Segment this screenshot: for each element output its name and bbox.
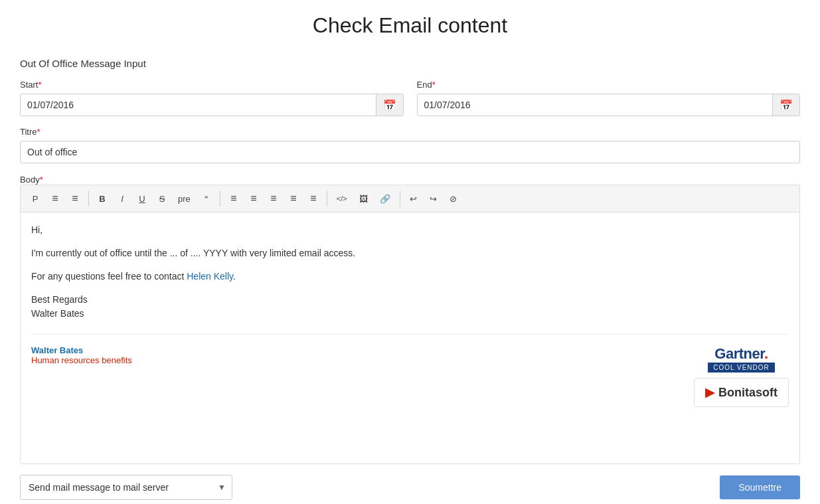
toolbar-code[interactable]: </>: [331, 189, 353, 208]
bonitasoft-logo: ▶ Bonitasoft: [694, 378, 789, 407]
toolbar-clear[interactable]: ⊘: [444, 189, 463, 208]
toolbar-strikethrough[interactable]: S: [153, 189, 171, 208]
page-title: Check Email content: [20, 13, 800, 38]
body-label: Body*: [20, 175, 43, 185]
editor-line-hi: Hi,: [31, 223, 789, 237]
toolbar-link[interactable]: 🔗: [374, 189, 396, 208]
start-input-wrapper: 📅: [20, 94, 404, 116]
toolbar-unordered-list[interactable]: ≡: [46, 189, 64, 208]
end-input[interactable]: [418, 94, 773, 116]
editor-contact-suffix: .: [233, 271, 236, 282]
start-input[interactable]: [21, 94, 376, 116]
titre-input[interactable]: [20, 141, 800, 163]
gartner-text: Gartner.: [714, 345, 768, 363]
toolbar-underline[interactable]: U: [133, 189, 151, 208]
bonitasoft-icon: ▶: [705, 385, 714, 400]
toolbar-blockquote[interactable]: “: [197, 189, 216, 208]
toolbar-align-center[interactable]: ≡: [244, 189, 263, 208]
toolbar-sep-1: [88, 191, 89, 207]
sig-title: Human resources benefits: [31, 355, 132, 365]
sig-name: Walter Bates: [31, 345, 132, 355]
editor-contact-prefix: For any questions feel free to contact: [31, 271, 187, 282]
toolbar-outdent[interactable]: ≡: [304, 189, 323, 208]
toolbar-sep-3: [327, 191, 327, 207]
titre-label: Titre*: [20, 127, 800, 137]
toolbar-ordered-list[interactable]: ≡: [66, 189, 84, 208]
end-input-wrapper: 📅: [417, 94, 801, 116]
titre-required: *: [37, 127, 41, 137]
start-field-group: Start* 📅: [20, 80, 404, 116]
editor-contact-link[interactable]: Helen Kelly: [187, 271, 233, 282]
section-title: Out Of Office Message Input: [20, 58, 800, 69]
toolbar-sep-2: [220, 191, 220, 207]
toolbar-bold[interactable]: B: [93, 189, 112, 208]
end-label: End*: [417, 80, 801, 90]
mail-select[interactable]: Send mail message to mail server: [20, 475, 232, 500]
body-section: Body* P ≡ ≡ B I U S pre “ ≡ ≡ ≡ ≡ ≡ </> …: [20, 174, 800, 464]
start-label: Start*: [20, 80, 404, 90]
start-calendar-button[interactable]: 📅: [376, 94, 403, 116]
end-required: *: [432, 80, 436, 90]
toolbar-undo[interactable]: ↩: [404, 189, 423, 208]
toolbar-italic[interactable]: I: [113, 189, 131, 208]
signature-right: Gartner. COOL VENDOR ▶ Bonitasoft: [694, 345, 789, 407]
start-required: *: [38, 80, 41, 90]
footer-bar: Send mail message to mail server ▼ Soume…: [20, 475, 800, 500]
titre-field-group: Titre*: [20, 127, 800, 163]
signature-left: Walter Bates Human resources benefits: [31, 345, 132, 365]
toolbar-sep-4: [400, 191, 400, 207]
bonitasoft-text: Bonitasoft: [718, 386, 778, 400]
mail-select-wrapper: Send mail message to mail server ▼: [20, 475, 232, 500]
body-required: *: [40, 175, 43, 185]
submit-button[interactable]: Soumettre: [720, 475, 800, 499]
toolbar-align-right[interactable]: ≡: [264, 189, 283, 208]
end-field-group: End* 📅: [417, 80, 801, 116]
end-calendar-button[interactable]: 📅: [772, 94, 799, 116]
signature-area: Walter Bates Human resources benefits Ga…: [31, 334, 789, 407]
toolbar-paragraph[interactable]: P: [26, 189, 44, 208]
editor-line-contact: For any questions feel free to contact H…: [31, 270, 789, 284]
toolbar-pre[interactable]: pre: [173, 189, 196, 208]
toolbar-redo[interactable]: ↪: [424, 189, 443, 208]
cool-vendor-badge: COOL VENDOR: [708, 363, 775, 373]
editor-line-ooo: I'm currently out of office until the ..…: [31, 246, 789, 260]
toolbar-align-left[interactable]: ≡: [224, 189, 243, 208]
toolbar-indent[interactable]: ≡: [284, 189, 303, 208]
editor-body[interactable]: Hi, I'm currently out of office until th…: [20, 212, 800, 464]
gartner-badge: Gartner. COOL VENDOR: [708, 345, 775, 373]
editor-regards: Best Regards Walter Bates: [31, 293, 789, 321]
toolbar-image[interactable]: 🖼: [354, 189, 373, 208]
editor-toolbar: P ≡ ≡ B I U S pre “ ≡ ≡ ≡ ≡ ≡ </> 🖼 🔗 ↩ …: [20, 185, 800, 212]
